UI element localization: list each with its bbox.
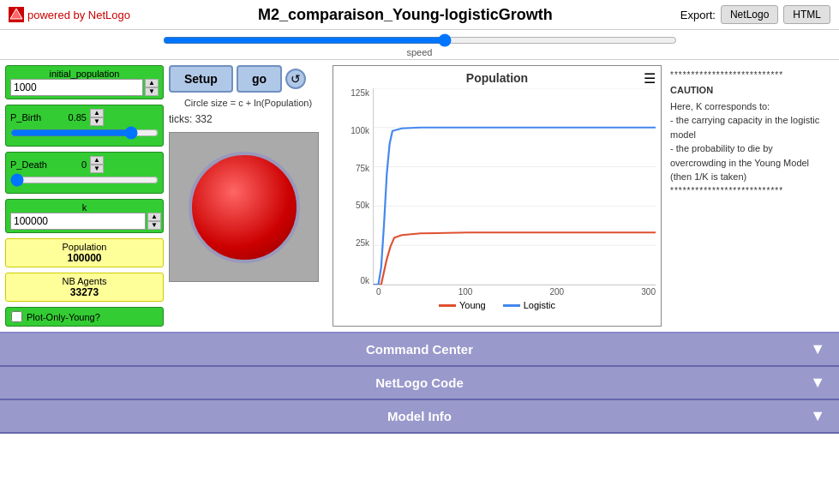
export-html-button[interactable]: HTML — [783, 5, 830, 24]
main-area: initial_population ▲ ▼ P_Birth 0.85 ▲ ▼ — [0, 60, 839, 332]
chart-area: 125k 100k 75k 50k 25k 0k — [339, 88, 656, 285]
speed-label: speed — [407, 47, 433, 57]
y-75k: 75k — [356, 164, 369, 173]
chart-plot — [373, 88, 656, 285]
chart-svg — [374, 88, 656, 285]
command-center-row[interactable]: Command Center ▼ — [0, 333, 839, 367]
p-death-section: P_Death 0 ▲ ▼ — [5, 152, 164, 194]
nb-agents-box: NB Agents 33273 — [5, 273, 164, 302]
k-up[interactable]: ▲ — [147, 213, 161, 221]
y-100k: 100k — [351, 126, 369, 135]
legend-logistic-label: Logistic — [524, 300, 555, 310]
model-info-label: Model Info — [387, 409, 452, 423]
x-200: 200 — [550, 287, 565, 297]
command-center-label: Command Center — [366, 342, 473, 357]
left-panel: initial_population ▲ ▼ P_Birth 0.85 ▲ ▼ — [5, 65, 164, 327]
chart-container: Population ☰ 125k 100k 75k 50k 25k 0k — [333, 65, 662, 327]
p-death-row: P_Death 0 ▲ ▼ — [10, 156, 159, 173]
p-death-up[interactable]: ▲ — [90, 156, 104, 165]
p-birth-up[interactable]: ▲ — [90, 109, 104, 117]
export-section: Export: NetLogo HTML — [680, 5, 830, 24]
page-title: M2_comparaison_Young-logisticGrowth — [130, 6, 680, 24]
p-birth-row: P_Birth 0.85 ▲ ▼ — [10, 109, 159, 126]
p-birth-down[interactable]: ▼ — [90, 117, 104, 126]
legend-young-line — [439, 304, 456, 307]
x-100: 100 — [458, 287, 473, 297]
go-button[interactable]: go — [237, 65, 282, 93]
logo-text: powered by NetLogo — [27, 9, 130, 21]
sim-buttons-row: Setup go ↺ — [169, 65, 327, 93]
legend-logistic-line — [503, 304, 520, 307]
model-info-row[interactable]: Model Info ▼ — [0, 400, 839, 434]
legend-logistic: Logistic — [503, 300, 555, 310]
header: powered by NetLogo M2_comparaison_Young-… — [0, 0, 839, 30]
p-birth-slider[interactable] — [10, 126, 159, 140]
p-birth-section: P_Birth 0.85 ▲ ▼ — [5, 105, 164, 147]
population-value: 100000 — [10, 252, 159, 264]
circle-formula-label: Circle size = c + ln(Population) — [169, 98, 327, 108]
y-0k: 0k — [360, 276, 369, 285]
circle-display — [169, 132, 319, 282]
model-info-chevron: ▼ — [810, 407, 825, 425]
initial-population-down[interactable]: ▼ — [145, 87, 159, 96]
speed-slider[interactable] — [163, 33, 677, 47]
k-value-row: ▲ ▼ — [10, 213, 159, 230]
x-300: 300 — [641, 287, 656, 297]
nb-agents-label: NB Agents — [10, 276, 159, 286]
population-label: Population — [10, 242, 159, 252]
middle-panel: Setup go ↺ Circle size = c + ln(Populati… — [169, 65, 327, 327]
ticks-label: ticks: 332 — [169, 113, 327, 125]
chart-legend: Young Logistic — [339, 300, 656, 310]
x-0: 0 — [376, 287, 381, 297]
speed-bar: speed — [0, 30, 839, 60]
initial-population-input-row: ▲ ▼ — [10, 79, 159, 96]
p-birth-label: P_Birth — [10, 112, 57, 123]
k-section: k ▲ ▼ — [5, 199, 164, 233]
p-birth-value: 0.85 — [61, 112, 87, 123]
chart-panel: Population ☰ 125k 100k 75k 50k 25k 0k — [333, 65, 662, 327]
info-text: Here, K corresponds to: - the carrying c… — [670, 99, 830, 184]
plot-only-young-checkbox[interactable] — [11, 311, 22, 322]
initial-population-input[interactable] — [10, 79, 143, 96]
netlogo-code-row[interactable]: NetLogo Code ▼ — [0, 367, 839, 400]
setup-button[interactable]: Setup — [169, 65, 233, 93]
nb-agents-value: 33273 — [10, 286, 159, 298]
k-spinner: ▲ ▼ — [147, 213, 161, 230]
p-death-slider[interactable] — [10, 173, 159, 187]
chart-menu-icon[interactable]: ☰ — [644, 70, 656, 87]
export-label: Export: — [680, 9, 716, 21]
legend-young: Young — [439, 300, 486, 310]
legend-young-label: Young — [459, 300, 486, 310]
netlogo-code-chevron: ▼ — [810, 374, 825, 392]
initial-population-label: initial_population — [10, 69, 159, 79]
p-death-spinner: ▲ ▼ — [90, 156, 104, 173]
info-panel: *************************** CAUTION Here… — [667, 65, 834, 327]
k-label: k — [10, 202, 159, 213]
y-axis: 125k 100k 75k 50k 25k 0k — [339, 88, 373, 285]
plot-only-young-label: Plot-Only-Young? — [27, 312, 100, 322]
plot-only-young-row: Plot-Only-Young? — [5, 307, 164, 327]
y-125k: 125k — [351, 88, 369, 98]
k-input[interactable] — [10, 213, 146, 230]
y-25k: 25k — [356, 238, 369, 248]
chart-title: Population — [466, 71, 528, 85]
reset-button[interactable]: ↺ — [285, 69, 306, 89]
population-box: Population 100000 — [5, 238, 164, 267]
initial-population-box: initial_population ▲ ▼ — [5, 65, 164, 99]
info-caution: CAUTION — [670, 83, 830, 98]
y-50k: 50k — [356, 201, 369, 210]
command-center-chevron: ▼ — [810, 340, 825, 358]
k-down[interactable]: ▼ — [147, 221, 161, 230]
x-axis: 0 100 200 300 — [339, 287, 656, 297]
initial-population-up[interactable]: ▲ — [145, 79, 159, 87]
population-circle — [189, 152, 300, 263]
export-netlogo-button[interactable]: NetLogo — [721, 5, 778, 24]
p-death-down[interactable]: ▼ — [90, 165, 104, 173]
info-stars-top: *************************** — [670, 69, 830, 81]
netlogo-code-label: NetLogo Code — [375, 375, 464, 390]
bottom-panels: Command Center ▼ NetLogo Code ▼ Model In… — [0, 332, 839, 434]
chart-title-row: Population ☰ — [339, 71, 656, 85]
initial-population-spinner: ▲ ▼ — [145, 79, 159, 96]
netlogo-logo[interactable]: powered by NetLogo — [9, 7, 130, 22]
p-death-label: P_Death — [10, 159, 57, 170]
